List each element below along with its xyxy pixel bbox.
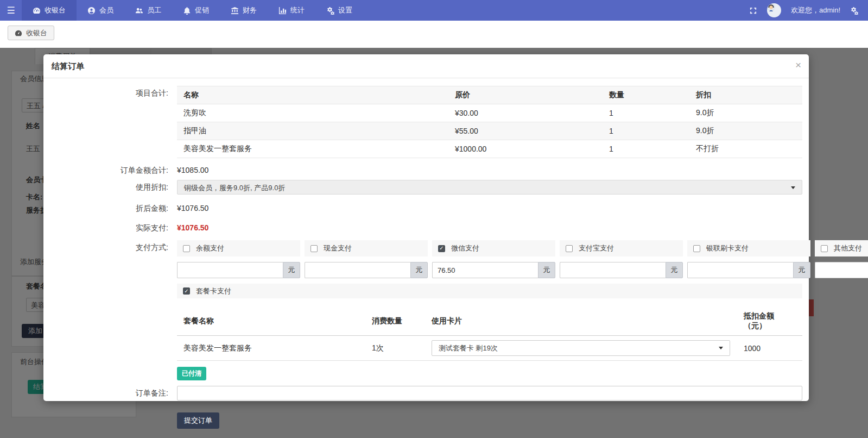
payment-option-alipay: 支付宝支付	[560, 240, 683, 256]
unionpay-amount-input[interactable]	[687, 262, 793, 278]
unionpay-checkbox[interactable]	[693, 245, 700, 252]
col-header-name: 名称	[177, 86, 448, 104]
unit-addon: 元	[410, 262, 428, 278]
payment-option-label: 银联刷卡支付	[706, 243, 749, 253]
order-remark-input[interactable]	[177, 386, 802, 401]
nav-item-label: 员工	[147, 5, 161, 15]
nav-item-member[interactable]: 会员	[77, 0, 124, 21]
nav-item-statistics[interactable]: 统计	[268, 0, 315, 21]
submit-order-button[interactable]: 提交订单	[177, 412, 219, 429]
col-header-discount: 折扣	[689, 86, 802, 104]
users-icon	[135, 7, 143, 15]
nav-item-label: 统计	[290, 5, 305, 15]
nav-item-label: 收银台	[45, 5, 66, 15]
payment-option-label: 余额支付	[196, 243, 224, 253]
other-pay-checkbox[interactable]	[821, 245, 828, 252]
settings-gears-icon[interactable]	[850, 7, 858, 15]
cell-price: ¥30.00	[448, 104, 603, 122]
nav-item-label: 财务	[243, 5, 257, 15]
balance-amount-group: 元	[177, 262, 300, 278]
nav-item-finance[interactable]: 财务	[220, 0, 268, 21]
settle-order-modal: 结算订单 × 项目合计: 名称 原价 数量 折扣 洗剪吹 ¥30.00 1	[43, 54, 809, 401]
col-header-price: 原价	[448, 86, 603, 104]
balance-amount-input[interactable]	[177, 262, 283, 278]
discount-select[interactable]: 铜级会员，服务9.0折, 产品9.0折	[177, 180, 802, 195]
card-select[interactable]: 测试套餐卡 剩19次	[432, 340, 730, 356]
cash-amount-input[interactable]	[305, 262, 410, 278]
order-total-value: ¥1085.00	[177, 163, 802, 176]
unit-addon: 元	[283, 262, 300, 278]
package-card-table: 套餐名称 消费数量 使用卡片 抵扣金额（元） 美容美发一整套服务 1次 测试套餐…	[177, 307, 802, 361]
balance-pay-checkbox[interactable]	[183, 245, 190, 252]
payment-option-label: 微信支付	[451, 243, 479, 253]
pkg-header-amount: 抵扣金额（元）	[737, 307, 802, 336]
cash-pay-checkbox[interactable]	[311, 245, 318, 252]
avatar[interactable]	[767, 3, 781, 17]
breadcrumb-bar: 收银台	[0, 21, 868, 48]
table-row: 指甲油 ¥55.00 1 9.0折	[177, 122, 802, 140]
welcome-text[interactable]: 欢迎您，admin!	[791, 5, 840, 15]
unit-addon: 元	[666, 262, 683, 278]
top-navbar: ☰ 收银台 会员 员工 促销 财务 统计 设置	[0, 0, 868, 21]
pkg-header-name: 套餐名称	[177, 307, 365, 336]
pkg-cell-name: 美容美发一整套服务	[177, 336, 365, 361]
discounted-amount-value: ¥1076.50	[177, 201, 802, 214]
close-icon[interactable]: ×	[795, 60, 801, 70]
cell-discount: 9.0折	[689, 104, 802, 122]
dashboard-icon	[33, 7, 41, 15]
payment-method-label: 支付方式:	[43, 240, 177, 380]
nav-item-cashier[interactable]: 收银台	[22, 0, 77, 21]
cell-qty: 1	[603, 104, 689, 122]
chevron-down-icon	[719, 347, 723, 349]
items-total-label: 项目合计:	[43, 86, 177, 158]
package-card-pay-checkbox[interactable]	[183, 287, 190, 295]
nav-item-promotion[interactable]: 促销	[172, 0, 220, 21]
pkg-cell-count: 1次	[365, 336, 425, 361]
fullscreen-icon[interactable]	[749, 7, 757, 15]
alipay-amount-input[interactable]	[560, 262, 666, 278]
modal-title: 结算订单	[52, 61, 84, 71]
card-select-value: 测试套餐卡 剩19次	[439, 344, 498, 352]
use-discount-label: 使用折扣:	[43, 180, 177, 195]
cell-qty: 1	[603, 140, 689, 158]
pkg-header-count: 消费数量	[365, 307, 425, 336]
payment-option-label: 其他支付	[834, 243, 862, 253]
order-remark-label: 订单备注:	[43, 386, 177, 401]
unit-addon: 元	[538, 262, 555, 278]
nav-item-staff[interactable]: 员工	[124, 0, 172, 21]
payment-option-cash: 现金支付	[305, 240, 428, 256]
order-items-table: 名称 原价 数量 折扣 洗剪吹 ¥30.00 1 9.0折 指甲油 ¥55.00	[177, 86, 802, 158]
actual-pay-label: 实际支付:	[43, 221, 177, 233]
chart-icon	[278, 7, 287, 15]
nav-item-label: 会员	[99, 5, 113, 15]
discount-select-value: 铜级会员，服务9.0折, 产品9.0折	[184, 184, 285, 192]
cell-price: ¥55.00	[448, 122, 603, 140]
cell-name: 美容美发一整套服务	[177, 140, 448, 158]
wechat-amount-group: 元	[432, 262, 555, 278]
wechat-pay-checkbox[interactable]	[438, 245, 445, 252]
nav-item-label: 设置	[338, 5, 352, 15]
other-amount-input[interactable]	[815, 262, 868, 278]
cell-discount: 9.0折	[689, 122, 802, 140]
cell-qty: 1	[603, 122, 689, 140]
package-card-pay-label: 套餐卡支付	[196, 286, 231, 296]
nav-item-label: 促销	[195, 5, 209, 15]
alipay-checkbox[interactable]	[566, 245, 573, 252]
table-row: 美容美发一整套服务 ¥1000.00 1 不打折	[177, 140, 802, 158]
user-icon	[87, 7, 96, 15]
dashboard-icon	[15, 29, 22, 37]
payment-option-unionpay: 银联刷卡支付	[687, 240, 810, 256]
payment-option-label: 现金支付	[324, 243, 352, 253]
pkg-header-card: 使用卡片	[425, 307, 737, 336]
menu-icon[interactable]: ☰	[0, 0, 22, 21]
gears-icon	[326, 7, 334, 15]
payment-option-label: 支付宝支付	[579, 243, 614, 253]
pkg-cell-amount: 1000	[737, 336, 802, 361]
wechat-amount-input[interactable]	[432, 262, 538, 278]
cell-name: 洗剪吹	[177, 104, 448, 122]
breadcrumb-cashier-button[interactable]: 收银台	[8, 26, 54, 40]
table-row: 洗剪吹 ¥30.00 1 9.0折	[177, 104, 802, 122]
chevron-down-icon	[791, 186, 795, 189]
nav-item-settings[interactable]: 设置	[315, 0, 363, 21]
unit-addon: 元	[793, 262, 810, 278]
